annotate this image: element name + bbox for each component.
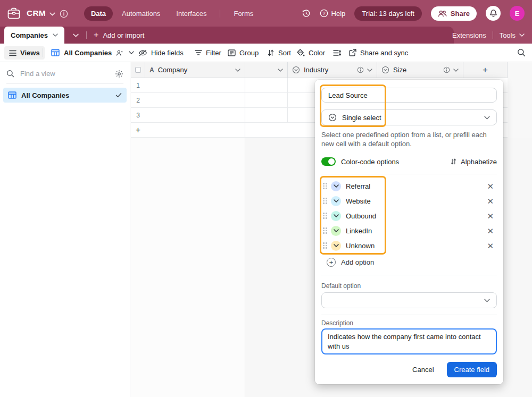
sort-button[interactable]: Sort (267, 44, 291, 62)
notifications-button[interactable] (486, 6, 501, 21)
group-button[interactable]: Group (228, 44, 259, 62)
gear-icon[interactable] (115, 70, 123, 78)
top-bar: CRM Data Automations Interfaces Forms ? … (0, 0, 532, 27)
table-list-chevron-icon[interactable] (73, 33, 79, 37)
filter-button[interactable]: Filter (195, 44, 221, 62)
find-view-input[interactable] (20, 70, 115, 78)
tools-button[interactable]: Tools (500, 31, 525, 39)
tabbar-right: Extensions Tools (452, 27, 532, 44)
share-and-sync-button[interactable]: Share and sync (349, 44, 408, 62)
grid-view-icon (8, 91, 16, 99)
table-tab-chevron-icon[interactable] (53, 33, 58, 37)
default-option-select[interactable] (321, 292, 497, 308)
select-all-cell[interactable] (131, 62, 145, 78)
add-or-import-button[interactable]: + Add or import (94, 31, 144, 39)
chevron-down-icon (484, 299, 490, 302)
option-label: Outbound (346, 212, 376, 220)
help-button[interactable]: ? Help (320, 9, 346, 18)
option-label: Referral (346, 182, 370, 190)
history-icon[interactable] (302, 9, 311, 18)
share-button-label: Share (451, 10, 470, 18)
current-view-name: All Companies (64, 49, 112, 57)
drag-handle-icon[interactable] (323, 227, 327, 234)
table-tabs-strip: Companies + Add or import (0, 27, 454, 44)
strip-divider (86, 31, 87, 39)
divider (321, 315, 497, 315)
option-row[interactable]: Outbound ✕ (321, 208, 497, 223)
trial-badge: Trial: 13 days left (354, 6, 422, 21)
option-color-chip[interactable] (331, 226, 341, 236)
option-row[interactable]: LinkedIn ✕ (321, 223, 497, 238)
chevron-down-icon (367, 69, 372, 72)
drag-handle-icon[interactable] (323, 198, 327, 204)
dialog-footer: Cancel Create field (321, 361, 497, 377)
default-option-label: Default option (321, 282, 361, 290)
collaborators-icon (116, 49, 124, 56)
field-type-select[interactable]: Single select (321, 109, 497, 125)
tools-divider (493, 31, 493, 39)
row-height-button[interactable] (333, 44, 341, 62)
single-select-field-icon (292, 66, 300, 74)
tab-interfaces[interactable]: Interfaces (169, 6, 213, 21)
remove-option-icon[interactable]: ✕ (487, 242, 494, 250)
chevron-down-icon (235, 69, 240, 72)
add-field-button[interactable]: + (463, 62, 508, 78)
view-toolbar: Views All Companies Hide fields Filter G… (0, 44, 532, 62)
tab-forms[interactable]: Forms (227, 6, 260, 21)
alphabetize-button[interactable]: Alphabetize (450, 158, 497, 166)
sidebar-item-all-companies[interactable]: All Companies (3, 88, 127, 103)
column-header-new-field[interactable] (245, 62, 288, 78)
add-option-button[interactable]: + Add option (321, 255, 497, 269)
option-row[interactable]: Website ✕ (321, 193, 497, 208)
base-info-icon[interactable] (60, 10, 68, 18)
option-color-chip[interactable] (331, 181, 341, 191)
option-label: Website (346, 197, 371, 205)
user-avatar[interactable]: E (510, 6, 525, 21)
option-label: Unknown (346, 242, 375, 250)
remove-option-icon[interactable]: ✕ (487, 227, 494, 235)
search-button[interactable] (517, 44, 526, 62)
briefcase-logo-icon[interactable] (7, 7, 20, 19)
option-color-chip[interactable] (331, 196, 341, 206)
grid-header-row: A Company Industry Siz (131, 62, 508, 78)
field-name-input[interactable] (321, 88, 497, 103)
row-number: 3 (131, 112, 145, 119)
remove-option-icon[interactable]: ✕ (487, 182, 494, 190)
extensions-button[interactable]: Extensions (452, 31, 486, 39)
tab-divider (220, 10, 220, 18)
hide-fields-button[interactable]: Hide fields (138, 44, 184, 62)
view-switcher[interactable]: All Companies (51, 44, 134, 62)
sort-arrows-icon (450, 158, 457, 165)
option-color-chip[interactable] (331, 211, 341, 221)
color-button[interactable]: Color (297, 44, 325, 62)
drag-handle-icon[interactable] (323, 183, 327, 189)
option-color-chip[interactable] (331, 241, 341, 251)
airtable-crm-page: CRM Data Automations Interfaces Forms ? … (0, 0, 532, 397)
option-row[interactable]: Unknown ✕ (321, 238, 497, 253)
divider (321, 275, 497, 275)
select-all-checkbox[interactable] (135, 67, 141, 73)
create-field-button[interactable]: Create field (447, 362, 497, 377)
drag-handle-icon[interactable] (323, 242, 327, 249)
remove-option-icon[interactable]: ✕ (487, 212, 494, 220)
column-header-size[interactable]: Size (377, 62, 463, 78)
column-header-industry[interactable]: Industry (288, 62, 377, 78)
table-tab-companies[interactable]: Companies (4, 27, 64, 44)
grid-view-icon (51, 48, 60, 57)
column-header-company[interactable]: A Company (145, 62, 245, 78)
drag-handle-icon[interactable] (323, 213, 327, 219)
option-row[interactable]: Referral ✕ (321, 179, 497, 193)
color-code-toggle[interactable] (321, 157, 336, 166)
tab-data[interactable]: Data (84, 6, 113, 21)
base-menu-chevron-icon[interactable] (49, 12, 55, 16)
create-field-dialog: Single select Select one predefined opti… (315, 80, 503, 384)
row-number: 1 (131, 82, 145, 89)
cancel-button[interactable]: Cancel (412, 366, 434, 374)
chevron-down-icon (453, 69, 459, 72)
description-textarea[interactable]: Indicates how the company first came int… (321, 328, 497, 354)
remove-option-icon[interactable]: ✕ (487, 197, 494, 205)
share-button[interactable]: Share (431, 6, 477, 21)
single-select-field-icon (328, 113, 337, 122)
tab-automations[interactable]: Automations (115, 6, 167, 21)
views-button[interactable]: Views (4, 46, 45, 60)
